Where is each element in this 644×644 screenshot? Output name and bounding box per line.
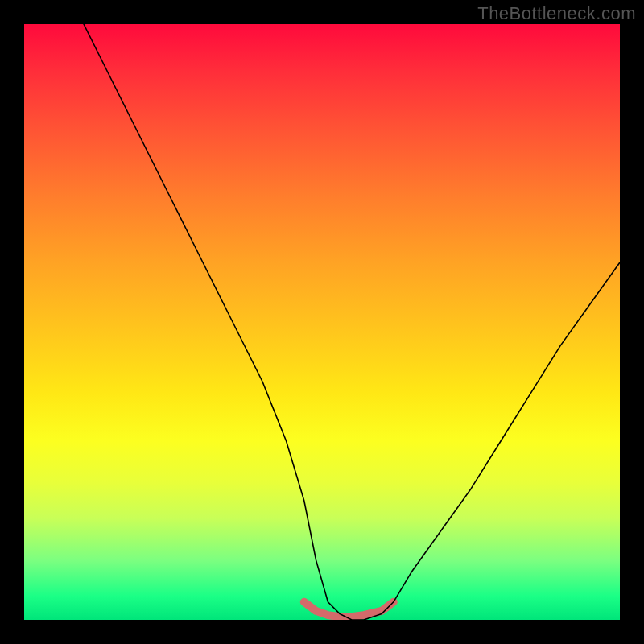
- chart-frame: TheBottleneck.com: [0, 0, 644, 644]
- plot-area: [24, 24, 620, 620]
- curve-overlay: [24, 24, 620, 620]
- watermark-text: TheBottleneck.com: [477, 3, 636, 24]
- bottleneck-curve-line: [84, 24, 620, 620]
